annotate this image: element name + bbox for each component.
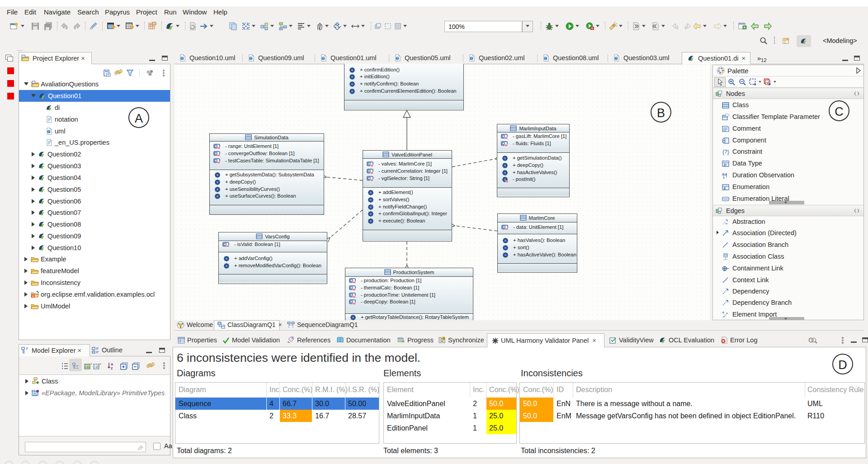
svg-text:E: E [724,186,726,190]
svg-text:z: z [111,366,113,370]
svg-text:‹I›: ‹I› [722,315,725,318]
svg-text:{?}: {?} [722,149,729,155]
svg-text:D: D [724,163,726,167]
svg-text:‹a›: ‹a› [725,222,728,225]
svg-text:0: 0 [443,337,445,340]
svg-text:&d: &d [722,172,727,176]
